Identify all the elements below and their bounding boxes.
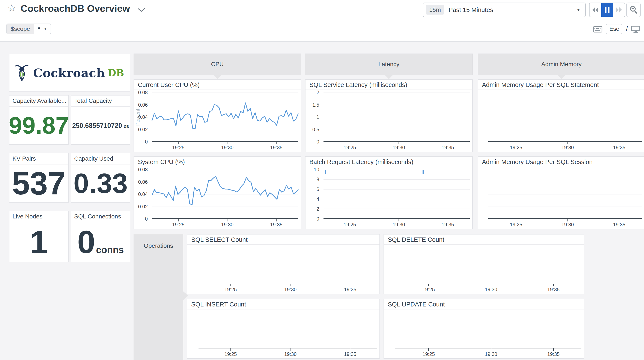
metric-label: Capacity Used	[71, 153, 130, 164]
time-range-picker[interactable]: 15m Past 15 Minutes ▼	[423, 2, 586, 17]
chart-plot-system-cpu[interactable]: 0.080.060.040.02019:2519:3019:35	[134, 167, 301, 229]
metric-card-capacity-used: Capacity Used 0.33	[71, 153, 130, 203]
chart-plot-sql-insert-count[interactable]: 19:2519:3019:35	[187, 310, 380, 358]
chart-title: SQL SELECT Count	[187, 235, 380, 245]
chart-plot-sql-delete-count[interactable]: 19:2519:3019:35	[384, 245, 584, 294]
fast-forward-icon	[615, 7, 623, 13]
esc-key-badge[interactable]: Esc	[606, 24, 622, 34]
metric-value: 250.6855710720	[72, 122, 122, 129]
metric-value: 537	[12, 167, 66, 199]
metric-card-total-capacity: Total Capacity 250.6855710720GB	[71, 95, 130, 145]
chart-card-sql-delete-count: SQL DELETE Count 19:2519:3019:35	[384, 234, 584, 294]
chart-title: SQL Service Latency (milliseconds)	[306, 80, 472, 90]
group-header-cpu: CPU	[134, 53, 301, 75]
group-label: CPU	[211, 61, 224, 68]
pause-icon	[604, 7, 610, 13]
time-range-caret-icon: ▼	[576, 7, 580, 12]
cockroachdb-logo-card: Cockroach DB	[9, 54, 130, 92]
chart-title: Batch Request Latency (milliseconds)	[306, 157, 472, 167]
title-chevron-down-icon[interactable]	[137, 8, 145, 13]
metric-label: Live Nodes	[10, 211, 68, 222]
chart-plot-sql-service-latency[interactable]: 21.510.5019:2519:3019:35	[306, 90, 472, 152]
logo-wordmark: Cockroach	[33, 66, 105, 80]
chart-card-system-cpu: System CPU (%) 0.080.060.040.02019:2519:…	[134, 156, 301, 229]
metric-card-kv-pairs: KV Pairs 537	[9, 153, 68, 203]
chart-card-sql-select-count: SQL SELECT Count 19:2519:3019:35	[187, 234, 380, 294]
zoom-out-icon	[629, 5, 638, 14]
fast-forward-button[interactable]	[613, 3, 625, 17]
chart-plot-admin-memory-per-sql-statement[interactable]: 19:2519:3019:35	[478, 90, 644, 152]
group-label: Operations	[134, 234, 183, 249]
chart-title: SQL INSERT Count	[187, 299, 380, 310]
chart-card-admin-memory-per-sql-statement: Admin Memory Usage Per SQL Statement 19:…	[478, 79, 644, 152]
fullscreen-monitor-icon[interactable]	[631, 25, 640, 33]
chart-plot-current-user-cpu[interactable]: 0.080.060.040.020Percent19:2519:3019:35	[134, 90, 301, 152]
header-shortcut-icons: Esc /	[593, 24, 640, 34]
chart-card-batch-request-latency: Batch Request Latency (milliseconds) 108…	[305, 156, 473, 229]
rewind-button[interactable]	[590, 3, 601, 17]
time-range-badge: 15m	[426, 5, 444, 14]
zoom-out-button[interactable]	[626, 2, 640, 17]
scope-variable-name: $scope	[7, 24, 34, 34]
scope-variable-value: * ▼	[34, 24, 50, 34]
metric-value: 1	[30, 226, 48, 258]
metric-card-capacity-available: Capacity Available... 99.87	[9, 95, 68, 145]
rewind-icon	[592, 7, 599, 13]
group-label: Admin Memory	[541, 61, 582, 68]
chart-plot-sql-select-count[interactable]: 19:2519:3019:35	[187, 245, 380, 294]
datadog-screenboard: ☆ CockroachDB Overview 15m Past 15 Minut…	[0, 0, 644, 360]
page-title[interactable]: CockroachDB Overview	[20, 3, 130, 14]
group-pointer	[557, 74, 566, 79]
scope-caret-icon: ▼	[44, 27, 47, 31]
keyboard-icon[interactable]	[593, 26, 602, 32]
group-label: Latency	[378, 61, 400, 68]
metric-label: KV Pairs	[10, 153, 68, 164]
metric-label: Total Capacity	[71, 95, 130, 107]
group-header-admin-memory: Admin Memory	[478, 53, 644, 75]
group-pointer	[384, 74, 394, 79]
metric-unit: GB	[124, 125, 129, 129]
chart-plot-sql-update-count[interactable]: 19:2519:3019:35	[384, 310, 584, 358]
time-range-label: Past 15 Minutes	[448, 6, 493, 13]
metric-value: 99.87	[9, 113, 69, 137]
pause-button[interactable]	[601, 3, 613, 17]
metric-value: 0.33	[73, 169, 128, 197]
chart-plot-admin-memory-per-sql-session[interactable]: 19:2519:3019:35	[478, 167, 644, 229]
chart-title: Current User CPU (%)	[134, 80, 301, 90]
chart-title: Admin Memory Usage Per SQL Statement	[478, 80, 644, 90]
template-variable-scope[interactable]: $scope * ▼	[6, 23, 51, 34]
dashboard-canvas: Cockroach DB Capacity Available... 99.87…	[0, 42, 644, 360]
chart-card-current-user-cpu: Current User CPU (%) 0.080.060.040.020Pe…	[134, 79, 301, 152]
chart-title: SQL UPDATE Count	[384, 299, 584, 310]
slash-separator: /	[626, 25, 628, 33]
chart-card-sql-service-latency: SQL Service Latency (milliseconds) 21.51…	[305, 79, 473, 152]
metric-card-sql-connections: SQL Connections 0conns	[71, 211, 130, 262]
chart-title: System CPU (%)	[134, 157, 301, 167]
logo-wordmark-suffix: DB	[108, 67, 124, 78]
metric-label: SQL Connections	[71, 211, 130, 222]
scope-value-text: *	[38, 25, 40, 32]
top-bar: ☆ CockroachDB Overview 15m Past 15 Minut…	[0, 0, 644, 42]
metric-label: Capacity Available...	[10, 95, 68, 107]
timeline-playback-controls	[589, 2, 625, 17]
metric-value: 0	[77, 226, 95, 258]
group-header-latency: Latency	[305, 53, 473, 75]
favorite-star-icon[interactable]: ☆	[7, 3, 16, 13]
group-header-operations: Operations	[134, 234, 183, 360]
metric-unit: conns	[96, 245, 124, 255]
chart-plot-batch-request-latency[interactable]: 108642019:2519:3019:35	[306, 167, 472, 229]
group-pointer	[213, 74, 222, 79]
chart-card-sql-update-count: SQL UPDATE Count 19:2519:3019:35	[384, 299, 584, 359]
chart-card-admin-memory-per-sql-session: Admin Memory Usage Per SQL Session 19:25…	[478, 156, 644, 229]
metric-card-live-nodes: Live Nodes 1	[9, 211, 68, 262]
chart-title: Admin Memory Usage Per SQL Session	[478, 157, 644, 167]
chart-card-sql-insert-count: SQL INSERT Count 19:2519:3019:35	[187, 299, 380, 359]
chart-title: SQL DELETE Count	[384, 235, 584, 245]
cockroach-bug-icon	[15, 64, 29, 82]
